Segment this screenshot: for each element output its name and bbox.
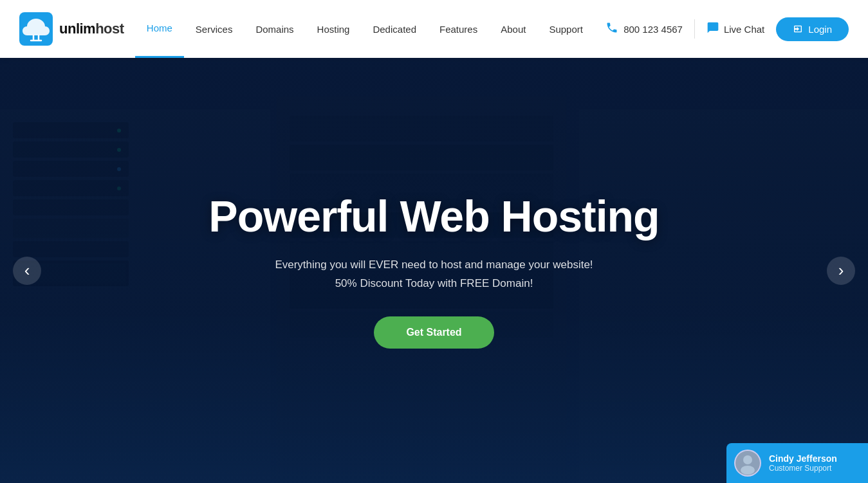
nav-about[interactable]: About bbox=[489, 0, 537, 58]
logo-icon bbox=[19, 12, 53, 46]
nav-hosting[interactable]: Hosting bbox=[306, 0, 362, 58]
phone-widget: 800 123 4567 bbox=[605, 21, 683, 37]
nav-home[interactable]: Home bbox=[135, 0, 184, 58]
get-started-button[interactable]: Get Started bbox=[374, 316, 494, 349]
hero-title: Powerful Web Hosting bbox=[208, 192, 659, 241]
chat-icon bbox=[706, 21, 719, 37]
slider-prev-button[interactable]: ‹ bbox=[13, 257, 41, 285]
header-right: 800 123 4567 Live Chat Login bbox=[605, 17, 849, 41]
logo-text: unlimhost bbox=[59, 21, 124, 37]
agent-name: Cindy Jefferson bbox=[769, 453, 837, 464]
nav-features[interactable]: Features bbox=[428, 0, 489, 58]
vertical-divider bbox=[694, 19, 695, 39]
svg-point-29 bbox=[741, 466, 755, 475]
hero-section: ‹ Powerful Web Hosting Everything you wi… bbox=[0, 58, 868, 483]
nav-services[interactable]: Services bbox=[184, 0, 245, 58]
live-chat-label: Live Chat bbox=[724, 24, 764, 35]
nav-support[interactable]: Support bbox=[537, 0, 595, 58]
header: unlimhost Home Services Domains Hosting … bbox=[0, 0, 868, 58]
login-button[interactable]: Login bbox=[776, 17, 849, 41]
phone-icon bbox=[605, 21, 618, 37]
agent-info: Cindy Jefferson Customer Support bbox=[769, 453, 837, 473]
login-icon bbox=[793, 24, 803, 34]
hero-subtitle: Everything you will EVER need to host an… bbox=[208, 256, 659, 293]
slider-next-button[interactable]: › bbox=[827, 257, 855, 285]
logo[interactable]: unlimhost bbox=[19, 12, 124, 46]
svg-point-28 bbox=[743, 455, 752, 464]
nav-dedicated[interactable]: Dedicated bbox=[361, 0, 428, 58]
live-chat-widget[interactable]: Cindy Jefferson Customer Support bbox=[726, 443, 868, 483]
agent-status: Customer Support bbox=[769, 464, 837, 473]
phone-number: 800 123 4567 bbox=[623, 24, 683, 35]
live-chat-link[interactable]: Live Chat bbox=[706, 21, 764, 37]
main-nav: Home Services Domains Hosting Dedicated … bbox=[135, 0, 595, 58]
login-label: Login bbox=[808, 24, 832, 35]
agent-avatar bbox=[734, 450, 761, 477]
nav-domains[interactable]: Domains bbox=[244, 0, 305, 58]
hero-content: Powerful Web Hosting Everything you will… bbox=[196, 192, 672, 349]
